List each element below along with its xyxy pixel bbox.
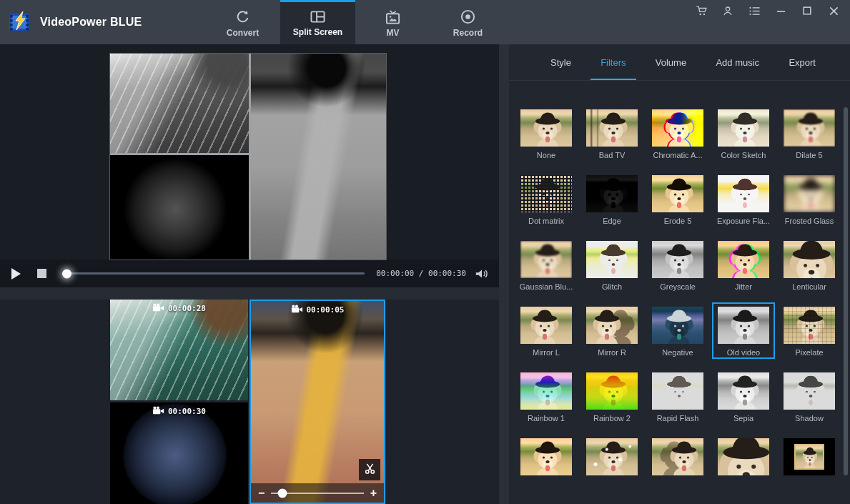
panel-tab-add-music[interactable]: Add music	[714, 44, 761, 80]
filter-lenticular[interactable]: Lenticular	[778, 237, 841, 293]
filter-rapid-flash[interactable]: Rapid Flash	[646, 368, 709, 425]
filter-thumbnail	[586, 175, 638, 212]
panel-tab-filters[interactable]: Filters	[599, 44, 627, 80]
cart-icon[interactable]	[695, 4, 708, 17]
filter-thumbnail	[520, 307, 572, 344]
timeline-clip-ocean[interactable]: 00:00:28	[110, 300, 248, 400]
filter-dilate-5[interactable]: Dilate 5	[778, 105, 841, 162]
panel-tab-label: Add music	[716, 57, 759, 68]
filter-edge[interactable]: Edge	[580, 171, 643, 227]
filter-rainbow-1[interactable]: Rainbow 1	[515, 368, 578, 425]
play-button[interactable]	[11, 268, 21, 280]
filter-none[interactable]: None	[515, 105, 578, 162]
filter-label: Edge	[603, 217, 621, 226]
preview-pane-ocean	[110, 54, 249, 153]
zoom-in-button[interactable]: +	[370, 488, 377, 499]
filter-gaussian-blu[interactable]: Gaussian Blu...	[515, 237, 578, 293]
seek-slider-knob[interactable]	[62, 269, 71, 278]
toolbar-tab-convert[interactable]: Convert	[205, 0, 280, 44]
filter-thumbnail	[586, 109, 638, 147]
volume-icon[interactable]	[475, 268, 489, 280]
toolbar-tab-label: Convert	[227, 28, 259, 38]
filter-thumbnail	[652, 307, 703, 344]
split-screen-preview	[110, 54, 386, 260]
preview-pane-child	[251, 54, 386, 260]
account-icon[interactable]	[721, 4, 734, 17]
filter-thumbnail	[784, 438, 835, 475]
filter-negative[interactable]: Negative	[646, 302, 709, 359]
filter-label: Exposure Fla...	[717, 217, 770, 226]
time-display: 00:00:00 / 00:00:30	[376, 269, 466, 278]
menu-icon[interactable]	[748, 4, 761, 17]
filter-old-video[interactable]: Old video	[712, 302, 775, 359]
filter-label: Color Sketch	[721, 151, 766, 160]
filter-thumbnail	[784, 372, 835, 410]
clip-zoom-knob[interactable]	[277, 488, 287, 498]
toolbar-tab-split-screen[interactable]: Split Screen	[280, 0, 355, 44]
timeline-clip-child-selected[interactable]: 00:00:05 − +	[249, 300, 385, 504]
filter-thumbnail	[784, 175, 835, 212]
timeline-clip-earth[interactable]: 00:00:30	[110, 402, 248, 504]
close-icon[interactable]	[827, 4, 840, 17]
filter-chromatic-a[interactable]: Chromatic A...	[646, 105, 709, 162]
filter-extra1[interactable]	[515, 434, 578, 490]
maximize-icon[interactable]	[801, 4, 814, 17]
filter-frosted-glass[interactable]: Frosted Glass	[778, 171, 841, 227]
panel-tab-volume[interactable]: Volume	[654, 44, 688, 80]
timeline-clips: 00:00:28 00:00:30 00:00:05 −	[110, 300, 387, 504]
filter-shadow[interactable]: Shadow	[778, 368, 841, 425]
panel-tab-label: Filters	[601, 57, 626, 68]
seek-slider[interactable]	[65, 272, 365, 275]
clip-zoom-slider[interactable]	[271, 493, 363, 494]
camera-icon	[291, 305, 303, 315]
filter-pixelate[interactable]: Pixelate	[778, 302, 841, 359]
mv-icon	[385, 9, 401, 25]
stop-button[interactable]	[37, 269, 46, 278]
filter-mirror-l[interactable]: Mirror L	[515, 302, 578, 359]
panel-divider	[499, 44, 509, 504]
filter-extra4[interactable]	[712, 434, 775, 490]
filter-sepia[interactable]: Sepia	[712, 368, 775, 425]
filter-label: Mirror R	[598, 348, 626, 357]
toolbar-tab-label: Record	[453, 28, 483, 38]
filter-thumbnail	[652, 241, 703, 278]
filter-thumbnail	[652, 175, 703, 212]
filter-color-sketch[interactable]: Color Sketch	[712, 105, 775, 162]
toolbar-tab-record[interactable]: Record	[430, 0, 505, 44]
filter-dot-matrix[interactable]: Dot matrix	[515, 171, 578, 227]
clip-duration: 00:00:05	[307, 305, 345, 315]
toolbar-tab-label: MV	[387, 28, 400, 38]
window-controls	[695, 3, 840, 19]
filter-extra5[interactable]	[778, 434, 841, 490]
trim-button[interactable]	[359, 459, 380, 480]
filter-glitch[interactable]: Glitch	[580, 237, 643, 293]
editor-left-pane: 00:00:00 / 00:00:30 00:00:28	[0, 44, 499, 504]
filter-thumbnail	[718, 372, 769, 410]
camera-icon	[152, 406, 164, 417]
toolbar-tab-mv[interactable]: MV	[355, 0, 430, 44]
filter-label: Lenticular	[792, 282, 826, 292]
clip-duration: 00:00:30	[168, 407, 206, 416]
filter-jitter[interactable]: Jitter	[712, 237, 775, 293]
filter-bad-tv[interactable]: Bad TV	[580, 105, 643, 162]
main-nav-tabs: Convert Split Screen MV Record	[205, 0, 505, 44]
filter-thumbnail	[652, 372, 703, 410]
panel-tab-export[interactable]: Export	[787, 44, 817, 80]
filter-erode-5[interactable]: Erode 5	[646, 171, 709, 227]
filter-thumbnail	[718, 241, 769, 278]
editor-right-panel: Style Filters Volume Add music Export No…	[509, 44, 850, 504]
filter-label: Chromatic A...	[653, 151, 702, 160]
panel-tab-style[interactable]: Style	[549, 44, 573, 80]
zoom-out-button[interactable]: −	[258, 488, 265, 499]
filter-exposure-fla[interactable]: Exposure Fla...	[712, 171, 775, 227]
filter-thumbnail	[586, 307, 638, 344]
filters-scrollbar[interactable]	[844, 107, 848, 475]
filter-extra3[interactable]	[646, 434, 709, 490]
filter-extra2[interactable]	[580, 434, 643, 490]
filter-rainbow-2[interactable]: Rainbow 2	[580, 368, 643, 425]
clip-timestamp: 00:00:05	[251, 305, 384, 315]
minimize-icon[interactable]	[774, 4, 787, 17]
filter-mirror-r[interactable]: Mirror R	[580, 302, 643, 359]
filter-thumbnail	[652, 438, 703, 475]
filter-greyscale[interactable]: Greyscale	[646, 237, 709, 293]
